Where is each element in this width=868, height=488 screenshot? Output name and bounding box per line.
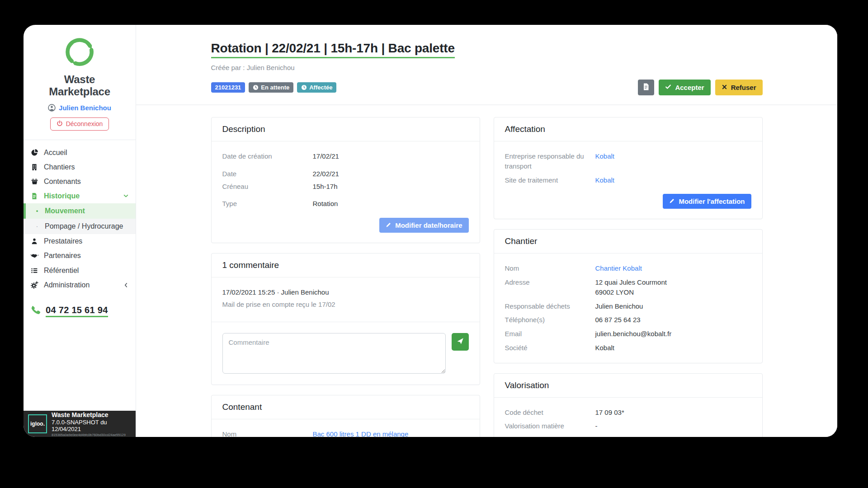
footer-app-name: Waste Marketplace xyxy=(52,411,131,418)
footer-build-hash: 815365a0a9e0ee4d4bfc0b760bd30cd24ae55129 xyxy=(52,433,131,437)
clock-icon xyxy=(301,84,307,90)
field-label: Date xyxy=(222,169,313,179)
sidebar-item-label: Prestataires xyxy=(44,237,82,245)
field-label: Site de traitement xyxy=(505,175,595,185)
comments-card: 1 commentaire 17/02/2021 15:25 · Julien … xyxy=(211,253,480,385)
clock-icon xyxy=(253,84,259,90)
refuse-button[interactable]: Refuser xyxy=(715,80,763,95)
field-value: - xyxy=(595,435,598,437)
power-icon xyxy=(57,120,63,128)
status-badge-label: Affectée xyxy=(309,84,332,91)
field-row: Date 22/02/21 xyxy=(222,169,469,179)
site-card: Chantier Nom Chantier Kobalt Adresse 12 … xyxy=(494,229,763,363)
brand: Waste Marketplace xyxy=(24,25,136,98)
card-title: Affectation xyxy=(494,117,762,141)
phone-icon xyxy=(31,305,41,317)
document-button[interactable] xyxy=(638,80,654,95)
sidebar-item-referentiel[interactable]: Référentiel xyxy=(24,263,136,278)
field-row: Code déchet 17 09 03* xyxy=(505,408,751,418)
sidebar-item-label: Mouvement xyxy=(45,207,85,215)
building-icon xyxy=(30,164,39,171)
container-name-link[interactable]: Bac 600 litres 1 DD en mélange xyxy=(313,429,409,437)
field-row: Nom Bac 600 litres 1 DD en mélange xyxy=(222,429,469,437)
bullet-icon: · xyxy=(34,223,40,230)
pie-chart-icon xyxy=(30,149,39,156)
field-label: Créneau xyxy=(222,182,313,192)
sidebar-item-label: Pompage / Hydrocurage xyxy=(45,222,123,230)
sidebar-item-label: Contenants xyxy=(44,178,81,186)
field-label: Email xyxy=(505,329,595,339)
comment-text: Mail de prise en compte reçu le 17/02 xyxy=(222,300,469,308)
file-icon xyxy=(643,83,649,92)
field-label: Entreprise responsable du transport xyxy=(505,151,595,171)
accept-button[interactable]: Accepter xyxy=(659,80,710,95)
field-label: Valorisation énergétique xyxy=(505,435,595,437)
phone-number: 04 72 15 61 94 xyxy=(46,305,108,317)
sidebar-item-contenants[interactable]: Contenants xyxy=(24,174,136,189)
sidebar-item-administration[interactable]: Administration xyxy=(24,278,136,292)
field-value: 17 09 03* xyxy=(595,408,624,418)
field-value: 15h-17h xyxy=(313,182,338,192)
field-label: Nom xyxy=(222,429,313,437)
right-column: Affectation Entreprise responsable du tr… xyxy=(494,117,763,437)
desktop-background: { "colors": { "brand_green": "#5cb85c", … xyxy=(0,0,868,488)
brand-title: Waste Marketplace xyxy=(43,74,116,98)
sidebar-item-label: Chantiers xyxy=(44,163,75,171)
card-title: Contenant xyxy=(212,395,480,419)
sidebar-item-partenaires[interactable]: Partenaires xyxy=(24,249,136,263)
document-icon xyxy=(30,192,39,200)
card-title: Description xyxy=(212,117,480,141)
field-value: Kobalt xyxy=(595,343,615,353)
site-name-link[interactable]: Chantier Kobalt xyxy=(595,263,642,273)
field-label: Code déchet xyxy=(505,408,595,418)
sidebar-item-mouvement[interactable]: • Mouvement xyxy=(24,203,136,219)
sidebar-divider xyxy=(24,140,136,140)
comment-entry: 17/02/2021 15:25 · Julien Benichou Mail … xyxy=(212,277,480,322)
refuse-label: Refuser xyxy=(731,84,756,91)
sidebar-item-prestataires[interactable]: Prestataires xyxy=(24,234,136,249)
send-comment-button[interactable] xyxy=(452,333,469,351)
pencil-icon xyxy=(386,221,392,229)
user-menu[interactable]: Julien Benichou xyxy=(24,104,136,112)
sidebar: Waste Marketplace Julien Benichou Déconn… xyxy=(24,25,136,437)
transport-company-link[interactable]: Kobalt xyxy=(595,151,615,171)
person-icon xyxy=(30,238,39,245)
list-icon xyxy=(30,267,39,274)
edit-assignment-label: Modifier l'affectation xyxy=(679,197,745,205)
treatment-site-link[interactable]: Kobalt xyxy=(595,175,615,185)
check-icon xyxy=(665,84,671,91)
field-row: Site de traitement Kobalt xyxy=(505,175,751,185)
field-row: Email julien.benichou@kobalt.fr xyxy=(505,329,751,339)
sidebar-item-pompage-hydrocurage[interactable]: · Pompage / Hydrocurage xyxy=(24,219,136,234)
field-value: 17/02/21 xyxy=(313,151,339,161)
main-content: Rotation | 22/02/21 | 15h-17h | Bac pale… xyxy=(136,25,837,437)
phone-link[interactable]: 04 72 15 61 94 xyxy=(31,305,136,317)
valorisation-card: Valorisation Code déchet 17 09 03* Valor… xyxy=(494,373,763,437)
assignment-card: Affectation Entreprise responsable du tr… xyxy=(494,117,763,219)
cards-area: Description Date de création 17/02/21 Da… xyxy=(136,105,837,437)
edit-assignment-button[interactable]: Modifier l'affectation xyxy=(663,194,751,209)
comment-meta: 17/02/2021 15:25 · Julien Benichou xyxy=(222,288,469,296)
badge-group: 21021231 En attente xyxy=(211,82,337,93)
field-row: Téléphone(s) 06 87 25 64 23 xyxy=(505,315,751,325)
sidebar-menu: Accueil Chantiers xyxy=(24,145,136,292)
field-row: Type Rotation xyxy=(222,199,469,209)
version-info: Waste Marketplace 7.0.0-SNAPSHOT du 12/0… xyxy=(52,411,131,437)
sidebar-item-chantiers[interactable]: Chantiers xyxy=(24,160,136,174)
field-label: Responsable déchets xyxy=(505,301,595,311)
comment-form xyxy=(212,322,480,385)
app-window: Waste Marketplace Julien Benichou Déconn… xyxy=(24,25,837,437)
card-title: 1 commentaire xyxy=(212,253,480,277)
sidebar-item-accueil[interactable]: Accueil xyxy=(24,145,136,160)
logout-button[interactable]: Déconnexion xyxy=(50,117,109,131)
edit-date-button[interactable]: Modifier date/horaire xyxy=(379,218,468,233)
sidebar-item-historique[interactable]: Historique xyxy=(24,189,136,203)
field-value: 22/02/21 xyxy=(313,169,339,179)
header-actions: Accepter Refuser xyxy=(638,80,762,95)
page-header: Rotation | 22/02/21 | 15h-17h | Bac pale… xyxy=(136,25,837,105)
app-version-footer: igloo. Waste Marketplace 7.0.0-SNAPSHOT … xyxy=(24,411,136,437)
chevron-down-icon xyxy=(123,192,129,199)
comment-input[interactable] xyxy=(222,333,446,374)
field-label: Adresse xyxy=(505,277,595,297)
field-label: Valorisation matière xyxy=(505,421,595,431)
